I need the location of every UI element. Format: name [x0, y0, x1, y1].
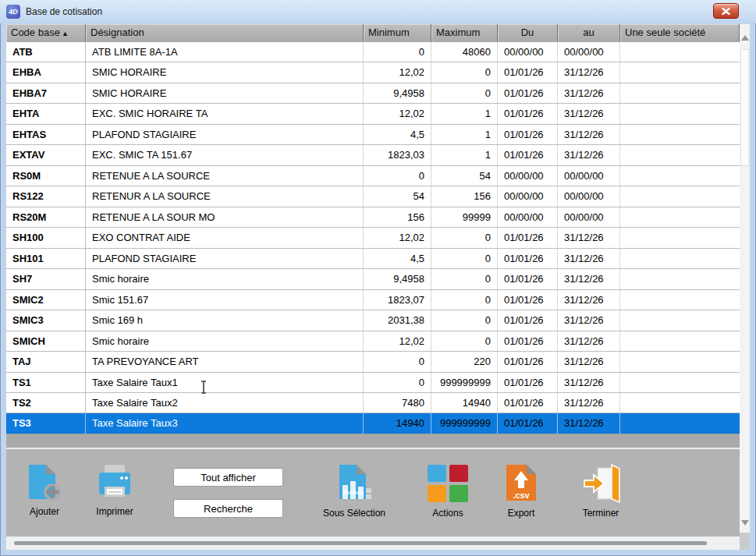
cell-maximum: 1 [431, 104, 498, 123]
cell-societe [620, 125, 740, 144]
export-button[interactable]: .csv Export [485, 463, 557, 519]
table-row-TS3[interactable]: TS3Taxe Salaire Taux31494099999999901/01… [6, 413, 740, 434]
table-row-SMICH[interactable]: SMICHSmic horaire12,02001/01/2631/12/26 [6, 331, 740, 352]
column-header-minimum[interactable]: Minimum [364, 24, 431, 42]
table-row-TS2[interactable]: TS2Taxe Salaire Taux274801494001/01/2631… [6, 393, 740, 413]
column-header-label: Maximum [436, 27, 480, 38]
cell-du: 01/01/26 [498, 249, 558, 268]
cell-maximum: 220 [431, 352, 498, 371]
column-header-au[interactable]: au [558, 24, 620, 42]
cell-designation: Taxe Salaire Taux2 [86, 393, 364, 413]
table-row-SMIC3[interactable]: SMIC3Smic 169 h2031,38001/01/2631/12/26 [6, 310, 740, 331]
column-header-label: Minimum [368, 27, 410, 38]
column-header-code[interactable]: Code base▲ [6, 24, 86, 42]
recherche-button[interactable]: Recherche [173, 499, 283, 518]
horizontal-scrollbar-thumb[interactable] [14, 541, 707, 545]
titlebar[interactable]: 4D Base de cotisation [0, 0, 756, 23]
cell-societe [620, 62, 740, 82]
cell-du: 01/01/26 [498, 104, 558, 123]
actions-button[interactable]: Actions [410, 463, 485, 519]
table-row-SH100[interactable]: SH100EXO CONTRAT AIDE12,02001/01/2631/12… [6, 228, 740, 248]
table-row-RS0M[interactable]: RS0MRETENUE A LA SOURCE05400/00/0000/00/… [6, 166, 740, 186]
actions-squares-icon [426, 463, 470, 504]
table-row-EXTAV[interactable]: EXTAVEXC. SMIC TA 151.671823,03101/01/26… [6, 145, 740, 165]
column-header-designation[interactable]: Désignation [86, 24, 364, 42]
table-row-EHTAS[interactable]: EHTASPLAFOND STAGIAIRE4,5101/01/2631/12/… [6, 125, 740, 145]
cell-du: 01/01/26 [498, 331, 558, 351]
column-header-maximum[interactable]: Maximum [431, 24, 498, 42]
cell-code: EHTA [6, 104, 86, 123]
column-header-du[interactable]: Du [498, 24, 558, 42]
cell-du: 01/01/26 [498, 393, 558, 413]
cell-designation: RETENUR A LA SOURCE [86, 186, 364, 206]
cell-code: EHBA [6, 62, 86, 82]
vertical-scrollbar-thumb[interactable] [740, 49, 749, 166]
table-row-EHTA[interactable]: EHTAEXC. SMIC HORAIRE TA12,02101/01/2631… [6, 104, 740, 124]
cell-maximum: 0 [431, 331, 498, 351]
table-row-ATB[interactable]: ATBATB LIMITE 8A-1A04806000/00/0000/00/0… [6, 42, 740, 62]
table-row-SH7[interactable]: SH7Smic horaire9,4958001/01/2631/12/26 [6, 269, 740, 289]
imprimer-button[interactable]: Imprimer [80, 463, 150, 517]
cell-du: 00/00/00 [498, 42, 558, 62]
window-title: Base de cotisation [26, 6, 102, 17]
cell-au: 31/12/26 [558, 83, 620, 103]
cell-societe [620, 290, 740, 310]
cell-minimum: 1823,03 [364, 145, 431, 165]
horizontal-scrollbar[interactable] [6, 537, 740, 550]
cell-minimum: 4,5 [364, 249, 431, 268]
app-badge: 4D [9, 8, 18, 16]
cell-societe [620, 393, 740, 413]
table-row-EHBA7[interactable]: EHBA7SMIC HORAIRE9,4958001/01/2631/12/26 [6, 83, 740, 104]
cell-maximum: 0 [431, 269, 498, 289]
cell-societe [620, 228, 740, 247]
cell-designation: SMIC HORAIRE [86, 83, 364, 103]
close-button[interactable] [713, 3, 739, 19]
terminer-button[interactable]: Terminer [562, 463, 640, 519]
cell-designation: SMIC HORAIRE [86, 62, 364, 82]
vertical-scrollbar[interactable] [740, 24, 750, 537]
table-row-SH101[interactable]: SH101PLAFOND STAGIAIRE4,5001/01/2631/12/… [6, 249, 740, 269]
cell-designation: EXC. SMIC TA 151.67 [86, 145, 364, 165]
sous-selection-button[interactable]: Sous Sélection [309, 463, 399, 519]
sous-selection-label: Sous Sélection [323, 508, 385, 519]
scrollbar-corner [740, 533, 750, 550]
table-row-SMIC2[interactable]: SMIC2Smic 151.671823,07001/01/2631/12/26 [6, 290, 740, 310]
cell-minimum: 12,02 [364, 228, 431, 247]
cell-au: 00/00/00 [558, 186, 620, 206]
cell-societe [620, 413, 740, 433]
table-row-RS122[interactable]: RS122RETENUR A LA SOURCE5415600/00/0000/… [6, 186, 740, 207]
cell-code: RS20M [6, 207, 86, 227]
table-row-EHBA[interactable]: EHBASMIC HORAIRE12,02001/01/2631/12/26 [6, 62, 740, 83]
cell-societe [620, 269, 740, 289]
cell-du: 01/01/26 [498, 145, 558, 165]
cell-du: 01/01/26 [498, 310, 558, 330]
cell-maximum: 999999999 [431, 373, 498, 392]
cell-au: 31/12/26 [558, 125, 620, 144]
table-row-RS20M[interactable]: RS20MRETENUE A LA SOUR MO1569999900/00/0… [6, 207, 740, 228]
cell-societe [620, 352, 740, 371]
ajouter-button[interactable]: Ajouter [11, 463, 78, 517]
table-row-TS1[interactable]: TS1Taxe Salaire Taux1099999999901/01/263… [6, 373, 740, 393]
cell-maximum: 48060 [431, 42, 498, 62]
cell-minimum: 9,4958 [364, 269, 431, 289]
tout-afficher-button[interactable]: Tout afficher [173, 468, 283, 487]
cell-minimum: 1823,07 [364, 290, 431, 310]
list-bottom-band [6, 434, 740, 449]
cell-designation: EXO CONTRAT AIDE [86, 228, 364, 247]
cell-societe [620, 42, 740, 62]
column-header-societe[interactable]: Une seule société [620, 24, 740, 42]
cell-minimum: 0 [364, 166, 431, 186]
scroll-down-icon[interactable] [741, 520, 749, 526]
cell-maximum: 99999 [431, 207, 498, 227]
cell-maximum: 0 [431, 228, 498, 247]
column-header-label: Désignation [91, 27, 144, 38]
cell-maximum: 999999999 [431, 413, 498, 433]
cell-code: SMIC3 [6, 310, 86, 330]
cell-minimum: 14940 [364, 413, 431, 433]
app-4d-icon: 4D [6, 5, 20, 19]
export-label: Export [508, 508, 535, 519]
scroll-up-icon[interactable] [741, 35, 749, 41]
table-row-TAJ[interactable]: TAJTA PREVOYANCE ART022001/01/2631/12/26 [6, 352, 740, 372]
cell-designation: PLAFOND STAGIAIRE [86, 249, 364, 268]
cell-designation: Smic 151.67 [86, 290, 364, 310]
